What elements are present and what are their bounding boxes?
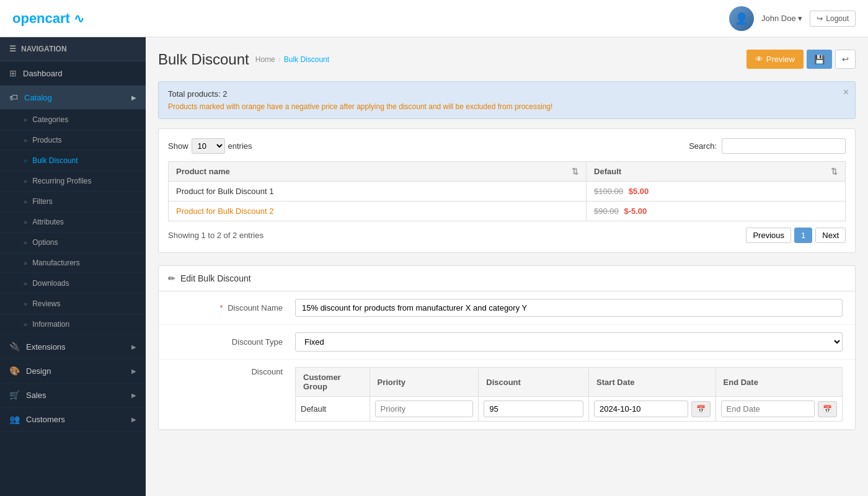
alert-close-button[interactable]: × xyxy=(843,87,849,98)
sidebar-item-attributes[interactable]: Attributes xyxy=(0,212,146,232)
breadcrumb: Home › Bulk Discount xyxy=(255,55,329,64)
original-price: $100.00 xyxy=(594,187,623,196)
search-input[interactable] xyxy=(722,138,846,154)
preview-button[interactable]: 👁 Preview xyxy=(746,50,804,69)
entries-label: entries xyxy=(228,141,252,151)
recurring-profiles-label: Recurring Profiles xyxy=(32,177,91,185)
end-date-calendar-icon[interactable]: 📅 xyxy=(818,401,837,417)
manufacturers-label: Manufacturers xyxy=(32,259,80,267)
catalog-arrow-icon: ▶ xyxy=(131,94,136,101)
discount-type-select[interactable]: Fixed Percentage xyxy=(295,332,843,352)
discount-label: Discount xyxy=(171,367,295,376)
page-header: Bulk Discount Home › Bulk Discount 👁 Pre… xyxy=(158,50,856,69)
header-right: 👤 John Doe ↪ Logout xyxy=(729,6,856,31)
products-table-panel: Show 10 25 50 100 entries Search: xyxy=(158,128,856,253)
product-name-cell: Product for Bulk Discount 2 xyxy=(169,202,587,221)
sales-arrow-icon: ▶ xyxy=(131,392,136,399)
save-button[interactable]: 💾 xyxy=(807,50,832,69)
next-button[interactable]: Next xyxy=(815,228,846,243)
start-date-input[interactable] xyxy=(594,401,688,417)
sidebar-item-categories[interactable]: Categories xyxy=(0,110,146,130)
pagination-area: Showing 1 to 2 of 2 entries Previous 1 N… xyxy=(168,228,846,243)
options-label: Options xyxy=(32,238,58,247)
sales-icon: 🛒 xyxy=(9,390,20,400)
sidebar-item-catalog[interactable]: 🏷 Catalog ▶ xyxy=(0,86,146,110)
sidebar-item-bulk-discount[interactable]: Bulk Discount xyxy=(0,151,146,171)
alert-box: × Total products: 2 Products marked with… xyxy=(158,81,856,119)
end-date-cell: 📅 xyxy=(721,401,837,417)
sidebar-item-downloads[interactable]: Downloads xyxy=(0,273,146,294)
priority-input[interactable] xyxy=(375,401,474,417)
sidebar-item-products[interactable]: Products xyxy=(0,130,146,151)
information-label: Information xyxy=(32,320,69,329)
start-date-cell: 📅 xyxy=(594,401,710,417)
sidebar-item-dashboard[interactable]: ⊞ Dashboard xyxy=(0,61,146,86)
downloads-label: Downloads xyxy=(32,279,69,288)
discount-grid: Customer Group Priority Discount Start D… xyxy=(295,367,843,422)
showing-text: Showing 1 to 2 of 2 entries xyxy=(168,231,264,240)
col-customer-group: Customer Group xyxy=(296,368,370,397)
layout: ☰ NAVIGATION ⊞ Dashboard 🏷 Catalog ▶ Cat… xyxy=(0,37,868,496)
entries-select[interactable]: 10 25 50 100 xyxy=(192,138,225,154)
alert-total: Total products: 2 xyxy=(168,89,846,99)
discount-customer-group-cell: Default xyxy=(296,397,370,422)
discount-priority-cell xyxy=(370,397,479,422)
col-end-date: End Date xyxy=(715,368,842,397)
customers-icon: 👥 xyxy=(9,414,20,424)
back-button[interactable]: ↩ xyxy=(835,50,856,69)
sidebar-item-manufacturers[interactable]: Manufacturers xyxy=(0,253,146,273)
extensions-icon: 🔌 xyxy=(9,342,20,352)
attributes-label: Attributes xyxy=(32,218,64,226)
sales-label: Sales xyxy=(26,391,46,400)
logout-button[interactable]: ↪ Logout xyxy=(810,11,856,27)
discount-name-input[interactable] xyxy=(295,299,843,317)
product-price-cell: $90.00 $-5.00 xyxy=(587,202,846,221)
breadcrumb-current: Bulk Discount xyxy=(284,55,329,64)
sidebar-item-options[interactable]: Options xyxy=(0,232,146,253)
new-price-negative: $-5.00 xyxy=(624,206,647,216)
back-icon: ↩ xyxy=(842,55,849,64)
sidebar-item-recurring-profiles[interactable]: Recurring Profiles xyxy=(0,171,146,192)
preview-icon: 👁 xyxy=(755,55,763,64)
col-start-date: Start Date xyxy=(589,368,715,397)
sidebar-item-extensions[interactable]: 🔌 Extensions ▶ xyxy=(0,335,146,359)
logout-icon: ↪ xyxy=(817,14,823,23)
discount-start-date-cell: 📅 xyxy=(589,397,715,422)
avatar: 👤 xyxy=(729,6,754,31)
logo-text: opencart ∿ xyxy=(12,11,84,27)
discount-value-input[interactable] xyxy=(484,401,583,417)
dashboard-icon: ⊞ xyxy=(9,68,17,78)
sidebar-item-sales[interactable]: 🛒 Sales ▶ xyxy=(0,383,146,407)
column-product-name[interactable]: Product name ⇅ xyxy=(169,162,587,182)
current-page[interactable]: 1 xyxy=(794,228,812,243)
product-name-cell: Product for Bulk Discount 1 xyxy=(169,182,587,202)
required-star: * xyxy=(219,303,223,312)
end-date-input[interactable] xyxy=(721,401,815,417)
sidebar-item-filters[interactable]: Filters xyxy=(0,192,146,212)
user-name[interactable]: John Doe xyxy=(761,14,802,23)
breadcrumb-home[interactable]: Home xyxy=(255,55,275,64)
alert-warning: Products marked with orange have a negat… xyxy=(168,102,846,111)
menu-icon: ☰ xyxy=(9,45,16,53)
sidebar-item-information[interactable]: Information xyxy=(0,314,146,335)
sidebar-item-customers[interactable]: 👥 Customers ▶ xyxy=(0,407,146,432)
filters-label: Filters xyxy=(32,197,53,206)
edit-section-title: Edit Bulk Discount xyxy=(180,273,251,283)
search-box: Search: xyxy=(689,138,846,154)
column-default[interactable]: Default ⇅ xyxy=(587,162,846,182)
sidebar-item-reviews[interactable]: Reviews xyxy=(0,294,146,314)
sort-product-name-icon: ⇅ xyxy=(572,167,578,176)
design-arrow-icon: ▶ xyxy=(131,368,136,374)
sidebar-item-design[interactable]: 🎨 Design ▶ xyxy=(0,359,146,383)
edit-section-header: ✏ Edit Bulk Discount xyxy=(159,266,855,291)
customers-arrow-icon: ▶ xyxy=(131,416,136,423)
logo: opencart ∿ xyxy=(12,11,84,27)
reviews-label: Reviews xyxy=(32,299,60,308)
customers-label: Customers xyxy=(26,415,65,424)
bulk-discount-label: Bulk Discount xyxy=(32,156,78,165)
products-table: Product name ⇅ Default ⇅ Product for Bul… xyxy=(168,161,846,221)
table-row: Product for Bulk Discount 1 $100.00 $5.0… xyxy=(169,182,846,202)
col-priority: Priority xyxy=(370,368,479,397)
start-date-calendar-icon[interactable]: 📅 xyxy=(691,401,711,417)
prev-button[interactable]: Previous xyxy=(746,228,791,243)
